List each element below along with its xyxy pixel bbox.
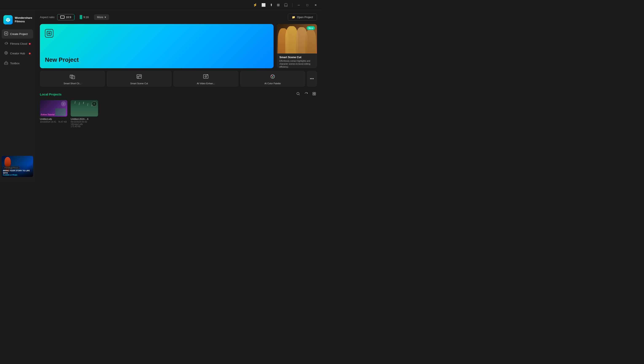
sidebar-item-toolbox[interactable]: Toolbox xyxy=(2,59,33,68)
app-logo: Wondershare Filmora xyxy=(0,14,35,30)
project-meta-2: 05/10/2024 05:50 14(copy).wfp xyxy=(71,121,98,125)
upload-icon-2[interactable]: ↑ xyxy=(92,101,97,106)
project-size-2: 173.43 KB xyxy=(71,125,98,128)
chevron-down-icon: ▾ xyxy=(105,16,106,19)
local-projects-header: Local Projects xyxy=(35,89,322,100)
open-project-button[interactable]: 📁 Open Project xyxy=(288,14,317,21)
sidebar-item-label: Creator Hub xyxy=(10,52,25,55)
send-icon[interactable]: ⚡ xyxy=(252,2,258,8)
promo-title-line2: FILMORA 14 TITLES xyxy=(3,174,32,176)
svg-rect-15 xyxy=(72,76,75,79)
notification-dot xyxy=(29,53,31,54)
header-actions xyxy=(295,91,317,98)
sidebar-item-filmora-cloud[interactable]: Filmora Cloud xyxy=(2,40,33,48)
divider xyxy=(292,3,292,7)
new-project-title: New Project xyxy=(45,56,268,63)
folder-icon: 📁 xyxy=(292,16,295,19)
promo-overlay: #TrendinginFilmora BRING YOUR STORY TO L… xyxy=(2,164,33,177)
svg-rect-32 xyxy=(314,92,316,94)
refresh-icon[interactable] xyxy=(303,91,309,98)
sidebar-promo[interactable]: #TrendinginFilmora BRING YOUR STORY TO L… xyxy=(0,154,35,179)
quicktools-row: Smart Short Cli... Smart Scene Cut xyxy=(35,68,322,89)
maximize-button[interactable]: □ xyxy=(304,2,310,8)
svg-rect-33 xyxy=(313,94,314,95)
svg-point-28 xyxy=(272,76,273,77)
feature-card-content: Smart Scene Cut Effortlessly extract hig… xyxy=(277,54,317,68)
svg-point-26 xyxy=(273,76,274,76)
svg-point-25 xyxy=(271,76,272,76)
more-dots-icon: ••• xyxy=(310,77,314,81)
svg-rect-31 xyxy=(313,92,314,94)
smart-scene-cut-button[interactable]: Smart Scene Cut xyxy=(107,71,172,87)
headphone-icon[interactable]: 🎧 xyxy=(283,2,289,8)
sidebar: Wondershare Filmora Create Project xyxy=(0,10,35,182)
project-name-2: Untitled-2024-...6 xyxy=(71,118,98,120)
ai-color-palette-label: AI Color Palette xyxy=(264,82,281,85)
smart-short-clip-icon xyxy=(70,74,75,80)
svg-rect-14 xyxy=(70,75,73,78)
svg-point-23 xyxy=(207,74,208,76)
local-projects-title: Local Projects xyxy=(40,92,62,96)
project-card-1[interactable]: Python Tutorial ↑ Untitled.wfp 10/10/202… xyxy=(40,100,67,128)
sidebar-item-label: Toolbox xyxy=(10,62,20,65)
sidebar-item-label: Create Project xyxy=(10,32,28,36)
view-toggle-icon[interactable] xyxy=(311,91,317,98)
project-name-1: Untitled.wfp xyxy=(40,118,67,120)
new-project-icon xyxy=(45,29,53,38)
sidebar-item-creator-hub[interactable]: Creator Hub xyxy=(2,49,33,58)
main-layout: Wondershare Filmora Create Project xyxy=(0,10,322,182)
cloud-icon xyxy=(4,42,8,46)
smart-short-clip-button[interactable]: Smart Short Cli... xyxy=(40,71,105,87)
minimize-button[interactable]: ─ xyxy=(296,2,302,8)
feature-card-title: Smart Scene Cut xyxy=(279,56,314,59)
title-bar: ⚡ ⬜ ⬆ ⊞ 🎧 ─ □ ✕ xyxy=(0,0,322,10)
caption-icon[interactable]: ⬜ xyxy=(261,2,266,8)
close-button[interactable]: ✕ xyxy=(313,2,319,8)
ai-color-palette-button[interactable]: AI Color Palette xyxy=(240,71,305,87)
new-project-card[interactable]: New Project xyxy=(40,24,273,68)
content-area: Aspect ratio: 16:9 9:16 More ▾ 📁 Open Pr… xyxy=(35,10,322,182)
more-quicktools-button[interactable]: ••• xyxy=(307,71,317,87)
aspect-16-9-button[interactable]: 16:9 xyxy=(57,14,74,20)
svg-point-4 xyxy=(6,52,7,54)
promo-title-line1: BRING YOUR STORY TO LIFE WITH xyxy=(3,170,32,174)
toolbox-icon xyxy=(4,61,8,66)
notification-dot xyxy=(29,43,31,45)
aspect-9-16-button[interactable]: 9:16 xyxy=(77,14,92,21)
promo-thumbnail: #TrendinginFilmora BRING YOUR STORY TO L… xyxy=(2,156,33,177)
wide-icon xyxy=(60,16,65,18)
promo-tag: #TrendinginFilmora xyxy=(3,166,20,169)
project-thumb-2: ↑ xyxy=(71,100,98,116)
feature-card-image: New xyxy=(277,24,317,54)
ai-video-enhance-button[interactable]: AI Video Enhan... xyxy=(173,71,238,87)
svg-point-18 xyxy=(138,76,139,77)
feature-card[interactable]: New Smart Scene Cut Effortlessly extract… xyxy=(277,24,317,68)
top-bar: Aspect ratio: 16:9 9:16 More ▾ 📁 Open Pr… xyxy=(35,10,322,24)
svg-line-30 xyxy=(299,94,300,95)
aspect-ratio-label: Aspect ratio: xyxy=(40,16,55,19)
tall-icon xyxy=(80,15,82,19)
grid-icon[interactable]: ⊞ xyxy=(276,2,280,8)
project-thumb-1: Python Tutorial ↑ xyxy=(40,100,67,116)
creator-hub-icon xyxy=(4,51,8,56)
create-project-icon xyxy=(4,32,8,36)
new-badge: New xyxy=(306,26,315,30)
svg-rect-34 xyxy=(314,94,316,95)
sidebar-item-create-project[interactable]: Create Project xyxy=(2,30,33,38)
upload-icon[interactable]: ↑ xyxy=(61,101,66,106)
sidebar-item-label: Filmora Cloud xyxy=(10,42,27,45)
smart-scene-cut-label: Smart Scene Cut xyxy=(130,82,148,85)
feature-card-desc: Effortlessly extract highlights and char… xyxy=(279,60,314,68)
ai-video-enhance-icon xyxy=(203,74,209,80)
upload-icon[interactable]: ⬆ xyxy=(269,2,273,8)
project-grid: Python Tutorial ↑ Untitled.wfp 10/10/202… xyxy=(35,100,322,128)
svg-point-27 xyxy=(272,77,273,78)
cards-area: New Project New Smart Scene Cut E xyxy=(35,24,322,68)
more-aspect-button[interactable]: More ▾ xyxy=(94,14,109,20)
project-card-2[interactable]: ↑ Untitled-2024-...6 05/10/2024 05:50 14… xyxy=(71,100,98,128)
sidebar-nav: Create Project Filmora Cloud xyxy=(0,30,35,68)
search-icon[interactable] xyxy=(295,91,301,98)
ai-video-enhance-label: AI Video Enhan... xyxy=(197,82,215,85)
smart-short-clip-label: Smart Short Cli... xyxy=(64,82,81,85)
project-meta-1: 10/10/2024 16:41 76.47 KB xyxy=(40,121,67,123)
